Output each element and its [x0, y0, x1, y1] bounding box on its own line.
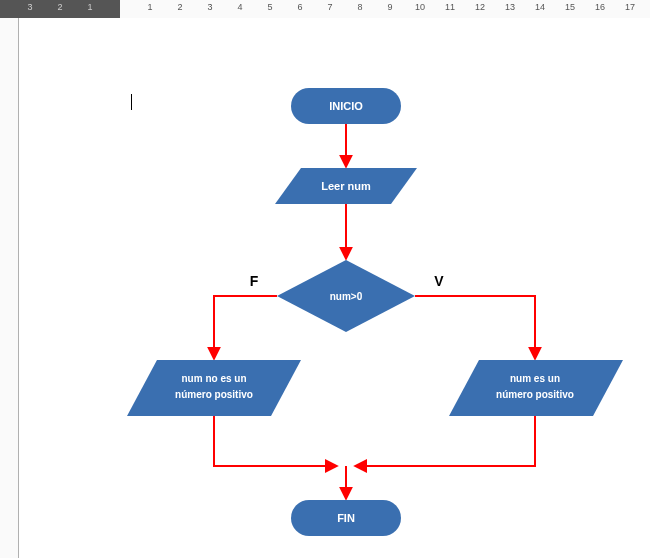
- arrow-cond-false: [214, 296, 277, 358]
- end-label: FIN: [337, 512, 355, 524]
- shape-true-output[interactable]: num es un número positivo: [449, 360, 623, 416]
- ruler-tick: 10: [414, 2, 426, 12]
- flowchart-canvas: INICIO Leer num num>0 F V: [19, 18, 650, 558]
- ruler-horizontal: 3211234567891011121314151617: [0, 0, 650, 18]
- ruler-tick: 16: [594, 2, 606, 12]
- svg-marker-4: [449, 360, 623, 416]
- ruler-tick: 14: [534, 2, 546, 12]
- cond-label: num>0: [330, 291, 363, 302]
- arrow-false-join: [214, 416, 336, 466]
- ruler-tick: 6: [294, 2, 306, 12]
- ruler-tick: 12: [474, 2, 486, 12]
- read-label: Leer num: [321, 180, 371, 192]
- branch-true-label: V: [434, 273, 444, 289]
- ruler-tick: 15: [564, 2, 576, 12]
- false-out-line2: número positivo: [175, 389, 253, 400]
- ruler-tick: 11: [444, 2, 456, 12]
- arrow-cond-true: [415, 296, 535, 358]
- ruler-tick: 9: [384, 2, 396, 12]
- ruler-tick: 1: [84, 2, 96, 12]
- ruler-tick: 5: [264, 2, 276, 12]
- shape-start[interactable]: INICIO: [291, 88, 401, 124]
- document-page[interactable]: INICIO Leer num num>0 F V: [18, 18, 650, 558]
- true-out-line1: num es un: [510, 373, 560, 384]
- ruler-tick: 3: [24, 2, 36, 12]
- arrow-true-join: [356, 416, 535, 466]
- shape-decision[interactable]: num>0: [277, 260, 415, 332]
- start-label: INICIO: [329, 100, 363, 112]
- shape-read[interactable]: Leer num: [275, 168, 417, 204]
- ruler-tick: 4: [234, 2, 246, 12]
- ruler-tick: 3: [204, 2, 216, 12]
- ruler-vertical: [0, 18, 18, 558]
- true-out-line2: número positivo: [496, 389, 574, 400]
- ruler-tick: 7: [324, 2, 336, 12]
- ruler-tick: 13: [504, 2, 516, 12]
- svg-marker-3: [127, 360, 301, 416]
- ruler-tick: 8: [354, 2, 366, 12]
- ruler-tick: 1: [144, 2, 156, 12]
- ruler-tick: 17: [624, 2, 636, 12]
- branch-false-label: F: [250, 273, 259, 289]
- shape-end[interactable]: FIN: [291, 500, 401, 536]
- ruler-tick: 2: [54, 2, 66, 12]
- shape-false-output[interactable]: num no es un número positivo: [127, 360, 301, 416]
- false-out-line1: num no es un: [182, 373, 247, 384]
- ruler-tick: 2: [174, 2, 186, 12]
